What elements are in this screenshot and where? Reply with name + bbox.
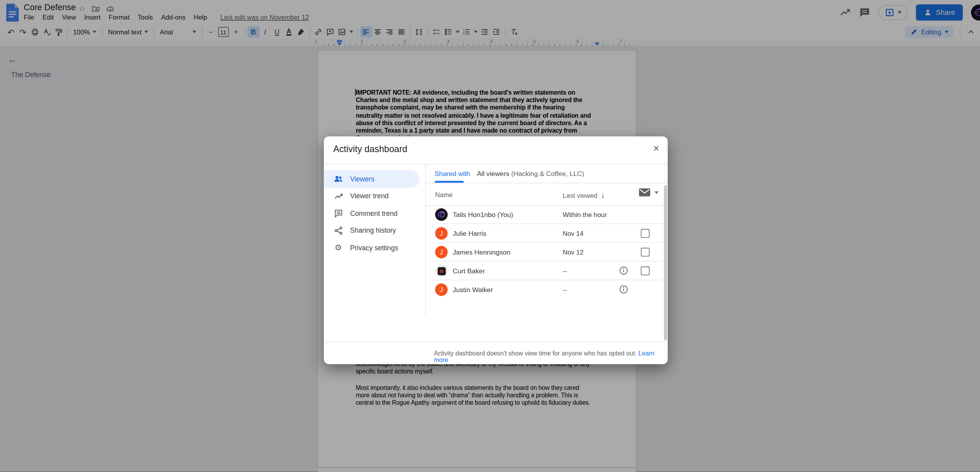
opt-out-notice: Activity dashboard doesn't show view tim… bbox=[434, 350, 667, 363]
email-dropdown-caret bbox=[655, 191, 658, 194]
sort-descending-icon: ↓ bbox=[601, 191, 605, 199]
google-docs-app: Core Defense ☆ File Edit View Insert For… bbox=[0, 0, 980, 472]
email-checkbox[interactable] bbox=[641, 267, 649, 275]
sidebar-item-label: Comment trend bbox=[350, 210, 397, 217]
viewer-last-viewed: Nov 12 bbox=[563, 248, 583, 256]
viewer-last-viewed: -- bbox=[563, 286, 567, 293]
close-icon[interactable]: ✕ bbox=[653, 144, 660, 153]
viewer-last-viewed: -- bbox=[563, 267, 567, 275]
email-checkbox[interactable] bbox=[641, 229, 649, 238]
viewer-name: Curt Baker bbox=[452, 267, 485, 275]
sidebar-item-viewers[interactable]: Viewers bbox=[324, 170, 420, 187]
sidebar-item-label: Viewers bbox=[350, 175, 374, 183]
info-icon[interactable] bbox=[619, 285, 628, 294]
list-scrollbar[interactable] bbox=[664, 185, 667, 341]
viewer-table-header: Name Last viewed ↓ bbox=[425, 183, 668, 206]
viewer-last-viewed: Nov 14 bbox=[563, 230, 583, 237]
email-all-control[interactable] bbox=[639, 188, 658, 197]
viewer-name: Julie Harris bbox=[452, 230, 486, 237]
avatar: m bbox=[435, 265, 448, 277]
viewer-list: Tails Hon1nbo (You) Within the hour J Ju… bbox=[425, 205, 668, 299]
email-icon bbox=[639, 188, 650, 197]
sidebar-item-comment-trend[interactable]: Comment trend bbox=[324, 205, 420, 222]
sidebar-item-privacy-settings[interactable]: ⚙ Privacy settings bbox=[324, 239, 420, 256]
activity-dashboard-dialog: Activity dashboard ✕ Viewers bbox=[324, 136, 668, 364]
avatar: J bbox=[435, 246, 448, 258]
viewer-tabs: Shared with All viewers (Hacking & Coffe… bbox=[425, 164, 668, 183]
viewer-last-viewed: Within the hour bbox=[563, 211, 607, 218]
comment-box-icon bbox=[333, 208, 343, 218]
viewer-row: Tails Hon1nbo (You) Within the hour bbox=[425, 205, 668, 224]
avatar bbox=[435, 208, 448, 221]
viewer-name: Tails Hon1nbo (You) bbox=[452, 211, 513, 218]
dialog-footer: Activity dashboard doesn't show view tim… bbox=[324, 342, 668, 364]
avatar: J bbox=[435, 284, 448, 296]
info-icon[interactable] bbox=[619, 266, 628, 275]
viewer-row: J James Henningson Nov 12 bbox=[425, 243, 668, 262]
sidebar-item-label: Sharing history bbox=[350, 227, 396, 234]
avatar: J bbox=[435, 227, 448, 240]
avatar-logo: m bbox=[437, 267, 445, 275]
viewer-row: J Justin Walker -- bbox=[425, 280, 668, 299]
sidebar-item-label: Privacy settings bbox=[350, 244, 398, 251]
viewer-name: Justin Walker bbox=[452, 286, 493, 293]
tab-shared-with[interactable]: Shared with bbox=[435, 170, 470, 177]
dialog-header: Activity dashboard ✕ bbox=[324, 136, 668, 165]
column-header-last-viewed[interactable]: Last viewed ↓ bbox=[563, 191, 605, 199]
tab-all-viewers[interactable]: All viewers (Hacking & Coffee, LLC) bbox=[477, 170, 584, 177]
share-nodes-icon bbox=[333, 225, 343, 235]
viewer-row: J Julie Harris Nov 14 bbox=[425, 224, 668, 243]
column-header-name: Name bbox=[435, 191, 453, 198]
trend-line-icon bbox=[333, 191, 343, 201]
viewers-people-icon bbox=[333, 174, 343, 184]
dialog-sidebar: Viewers Viewer trend Comment trend bbox=[324, 170, 420, 256]
sidebar-item-sharing-history[interactable]: Sharing history bbox=[324, 222, 420, 239]
dialog-title: Activity dashboard bbox=[333, 144, 408, 154]
sidebar-item-viewer-trend[interactable]: Viewer trend bbox=[324, 187, 420, 205]
viewer-row: m Curt Baker -- bbox=[425, 262, 668, 280]
dialog-content: Shared with All viewers (Hacking & Coffe… bbox=[425, 164, 668, 342]
tab-all-viewers-org: (Hacking & Coffee, LLC) bbox=[509, 170, 584, 177]
viewer-name: James Henningson bbox=[452, 248, 510, 256]
sidebar-item-label: Viewer trend bbox=[350, 192, 389, 200]
gear-icon: ⚙ bbox=[333, 242, 343, 253]
email-checkbox[interactable] bbox=[641, 248, 649, 257]
